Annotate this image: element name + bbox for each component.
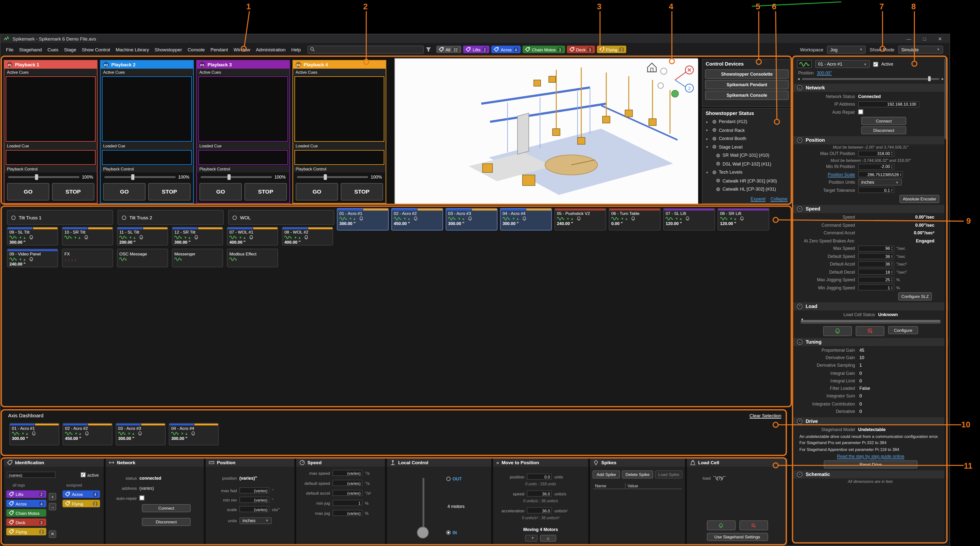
playback-rate-slider[interactable] bbox=[8, 176, 80, 178]
stop-button[interactable]: STOP bbox=[148, 183, 191, 200]
machine-card[interactable]: 11 - SL Tilt ▼▲ ↓↓↓↓ 200.00 " bbox=[117, 227, 168, 245]
menu-item[interactable]: Cues bbox=[45, 46, 61, 52]
ip-address-input[interactable] bbox=[858, 101, 919, 107]
workspace-select[interactable]: Jog▼ bbox=[827, 45, 866, 53]
tag-chip[interactable]: Deck 3 bbox=[6, 519, 46, 526]
showstopper-node[interactable]: Catwalk HL [CP-302] (#31) bbox=[703, 185, 791, 193]
scale-input[interactable]: (varies) bbox=[239, 506, 269, 512]
absolute-encoder-button[interactable]: Absolute Encoder bbox=[900, 195, 939, 203]
in-radio[interactable] bbox=[446, 530, 451, 535]
number-input[interactable]: 18 ▴▾ bbox=[858, 269, 894, 275]
reset-drive-button[interactable]: Reset Drive bbox=[824, 460, 918, 468]
loaded-cue-box[interactable] bbox=[102, 150, 192, 165]
units-select[interactable]: inches▼ bbox=[239, 517, 272, 524]
disconnect-button[interactable]: Disconnect bbox=[142, 518, 191, 526]
group-radio[interactable] bbox=[232, 215, 237, 220]
menu-item[interactable]: File bbox=[3, 46, 16, 52]
go-home-button[interactable]: ⌂ bbox=[540, 535, 556, 541]
slider-thumb[interactable] bbox=[132, 175, 135, 180]
machine-card[interactable]: 05 - Pushstick V2 ▼▲ ↓↓↓↓ 240.00 " bbox=[554, 208, 606, 231]
machine-card[interactable]: FX ▼▲ ↓↓↓↓ bbox=[62, 249, 113, 267]
machine-card[interactable]: 02 - Acro #2 ▼▲ ↓↓↓↓ 450.00 " bbox=[391, 208, 443, 231]
stepper-icons[interactable]: ▴▾ bbox=[891, 151, 892, 155]
max-fwd-input[interactable]: (varies) bbox=[239, 487, 269, 494]
search-input[interactable] bbox=[317, 46, 421, 52]
clear-selection-link[interactable]: Clear Selection bbox=[749, 413, 781, 419]
go-button[interactable]: GO bbox=[199, 183, 242, 200]
menu-item[interactable]: Console bbox=[185, 46, 208, 52]
machine-card[interactable]: 04 - Acro #4 ▼▲ ↓↓↓↓ 300.00 " bbox=[500, 208, 552, 231]
use-stagehand-settings-button[interactable]: Use Stagehand Settings bbox=[706, 533, 768, 541]
machine-card[interactable]: 09 - Video Panel ▼▲ ↓↓↓↓ 240.00 " bbox=[7, 249, 58, 267]
machine-card[interactable]: 07 - WOL #1 ▼▲ ↓↓↓↓ 400.00 " bbox=[227, 227, 278, 245]
slider-thumb[interactable] bbox=[324, 175, 327, 180]
position-jog-slider[interactable]: ◄ ► bbox=[793, 75, 948, 82]
menu-item[interactable]: Showstopper bbox=[152, 46, 185, 52]
collapse-icon[interactable]: × bbox=[797, 85, 803, 90]
loaded-cue-box[interactable] bbox=[198, 150, 288, 165]
machine-card[interactable]: Modbus Effect ▼▲ ↓↓↓↓ bbox=[227, 249, 278, 267]
loaded-cue-box[interactable] bbox=[294, 150, 384, 165]
slider-thumb[interactable] bbox=[228, 175, 231, 180]
add-spike-button[interactable]: Add Spike bbox=[592, 470, 620, 478]
speed-section-header[interactable]: ×Speed bbox=[793, 205, 948, 213]
machine-card[interactable]: 01 - Acro #1 ▼▲ ↓↓↓↓ 300.00 " bbox=[10, 423, 59, 446]
tuning-section-header[interactable]: ×Tuning bbox=[793, 338, 948, 346]
slider-right-arrow-icon[interactable]: ► bbox=[941, 77, 944, 81]
stepper-icons[interactable]: ▴▾ bbox=[891, 262, 892, 266]
tag-chip[interactable]: Chain Motos bbox=[6, 509, 46, 517]
tag-chip[interactable]: Lifts 2 bbox=[463, 46, 490, 53]
showstopper-node[interactable]: DSL Wall [CP-102] (#11) bbox=[703, 160, 791, 168]
out-radio[interactable] bbox=[446, 477, 451, 481]
showstopper-node[interactable]: ▾ Tech Levels bbox=[703, 168, 791, 176]
active-checkbox[interactable] bbox=[873, 62, 878, 67]
expander-icon[interactable]: ▸ bbox=[706, 128, 710, 132]
menu-item[interactable]: Machine Library bbox=[113, 46, 152, 52]
menu-item[interactable]: Administration bbox=[253, 46, 288, 52]
stepper-icons[interactable]: ▴▾ bbox=[891, 246, 892, 250]
machine-card[interactable]: 02 - Acro #2 ▼▲ ↓↓↓↓ 450.00 " bbox=[62, 423, 112, 446]
collapse-icon[interactable]: × bbox=[797, 339, 803, 345]
auto-repair-checkbox[interactable] bbox=[139, 495, 144, 500]
machine-card[interactable]: 03 - Acro #3 ▼▲ ↓↓↓↓ 300.00 " bbox=[445, 208, 497, 231]
control-device-button[interactable]: Showstopper Consolette bbox=[705, 69, 789, 79]
showstopper-node[interactable]: ▸ Pendant (#12) bbox=[703, 117, 791, 126]
expand-link[interactable]: Expand bbox=[751, 197, 765, 201]
machine-group-card[interactable]: Tilt Truss 2 bbox=[118, 210, 224, 225]
load-alarm-mute-button[interactable] bbox=[856, 326, 885, 336]
machine-card[interactable]: 04 - Acro #4 ▼▲ ↓↓↓↓ 300.00 " bbox=[169, 423, 219, 446]
load-spike-button[interactable]: Load Spike bbox=[655, 470, 682, 478]
scrollbar-thumb[interactable] bbox=[944, 58, 948, 140]
expander-icon[interactable]: ▸ bbox=[706, 136, 710, 140]
loaded-cue-box[interactable] bbox=[6, 150, 95, 165]
configure-slz-button[interactable]: Configure SLZ bbox=[898, 292, 932, 300]
tag-chip[interactable]: Acros 4 bbox=[62, 490, 100, 498]
playback-rate-slider[interactable] bbox=[297, 176, 368, 178]
menu-item[interactable]: Window bbox=[231, 46, 253, 52]
number-input[interactable]: 25 ▴▾ bbox=[858, 276, 894, 283]
close-button[interactable]: ✕ bbox=[934, 36, 947, 41]
drive-section-header[interactable]: ×Drive bbox=[793, 417, 948, 425]
stepper-icons[interactable]: ▴▾ bbox=[891, 286, 892, 289]
load-range-slider[interactable]: ▼ bbox=[800, 320, 941, 324]
stop-button[interactable]: STOP bbox=[244, 183, 287, 200]
menu-item[interactable]: Stage bbox=[61, 46, 79, 52]
load-section-header[interactable]: ×Load bbox=[793, 302, 948, 310]
machine-card[interactable]: 10 - SR Tilt ▼▲ ↓↓↓↓ bbox=[62, 227, 113, 245]
connect-button[interactable]: Connect bbox=[142, 504, 191, 513]
position-units-select[interactable]: inches▼ bbox=[858, 179, 902, 186]
value-input[interactable]: (varies) bbox=[332, 490, 363, 496]
jog-slider-track[interactable] bbox=[422, 478, 425, 529]
group-radio[interactable] bbox=[11, 215, 16, 220]
active-cues-list[interactable] bbox=[198, 76, 288, 142]
control-device-button[interactable]: Spikemark Pendant bbox=[705, 80, 789, 89]
add-tag-button[interactable]: + bbox=[49, 493, 56, 500]
acceleration-input[interactable]: 36.0 bbox=[527, 507, 552, 513]
machine-card[interactable]: Messenger ▼▲ ↓↓↓↓ bbox=[172, 249, 223, 267]
network-section-header[interactable]: ×Network bbox=[793, 84, 948, 92]
machine-card[interactable]: 07 - SL Lift ▼▲ ↓↓↓↓ 120.00 " bbox=[663, 208, 715, 231]
playback-rate-slider[interactable] bbox=[200, 176, 272, 178]
stepper-icons[interactable]: ▴▾ bbox=[900, 172, 901, 176]
showstopper-node[interactable]: ▾ Stage Level bbox=[703, 143, 791, 151]
tag-chip[interactable]: Acros 4 bbox=[6, 500, 46, 508]
